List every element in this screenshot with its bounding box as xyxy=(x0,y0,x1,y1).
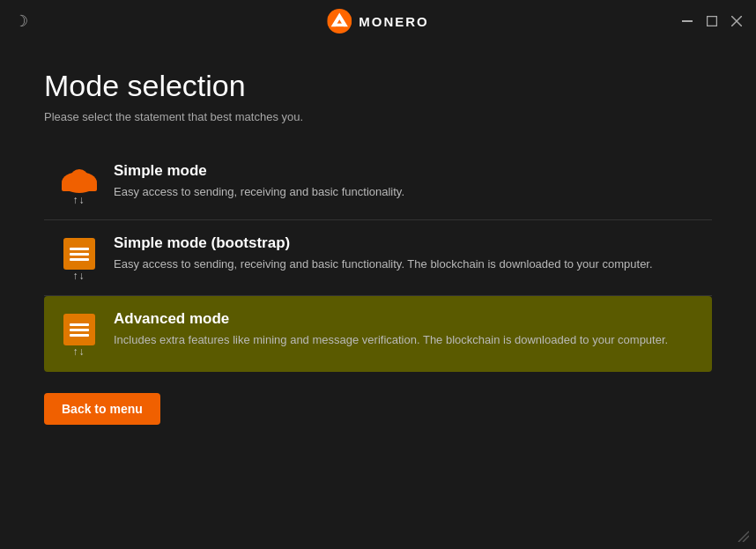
mode-list: ↑↓ Simple mode Easy access to sending, r… xyxy=(44,148,712,372)
mode-text-bootstrap: Simple mode (bootstrap) Easy access to s… xyxy=(103,234,701,273)
titlebar-center: MONERO xyxy=(327,9,429,33)
mode-item-bootstrap[interactable]: ↑↓ Simple mode (bootstrap) Easy access t… xyxy=(44,220,712,296)
svg-rect-10 xyxy=(62,182,97,191)
svg-rect-2 xyxy=(682,20,693,22)
svg-rect-3 xyxy=(708,17,717,26)
mode-icon-bootstrap: ↑↓ xyxy=(55,238,103,282)
cloud-icon xyxy=(60,166,99,194)
svg-point-0 xyxy=(327,9,352,33)
server-line-2 xyxy=(70,253,89,256)
mode-desc-bootstrap: Easy access to sending, receiving and ba… xyxy=(114,256,701,273)
mode-name-bootstrap: Simple mode (bootstrap) xyxy=(114,234,701,252)
transfer-arrows-simple: ↑↓ xyxy=(73,194,85,206)
server-line-a1 xyxy=(70,323,89,326)
mode-desc-advanced: Includes extra features like mining and … xyxy=(114,331,701,349)
app-title: MONERO xyxy=(359,14,429,29)
page-subtitle: Please select the statement that best ma… xyxy=(44,110,712,123)
moon-icon: ☽ xyxy=(14,11,28,31)
monero-logo-icon xyxy=(327,9,352,33)
main-content: Mode selection Please select the stateme… xyxy=(0,42,756,451)
transfer-arrows-advanced: ↑↓ xyxy=(73,345,85,358)
server-icon-bootstrap xyxy=(63,238,95,270)
svg-rect-1 xyxy=(335,24,345,27)
close-button[interactable] xyxy=(731,16,742,26)
titlebar-left: ☽ xyxy=(14,11,28,31)
titlebar: ☽ MONERO xyxy=(0,0,756,42)
server-line-3 xyxy=(70,258,89,261)
maximize-button[interactable] xyxy=(707,16,717,26)
page-title: Mode selection xyxy=(44,69,712,103)
mode-name-simple: Simple mode xyxy=(114,162,701,180)
server-lines-bootstrap xyxy=(70,248,89,261)
mode-icon-simple: ↑↓ xyxy=(55,166,103,206)
mode-text-advanced: Advanced mode Includes extra features li… xyxy=(103,310,701,349)
titlebar-controls xyxy=(682,16,742,26)
transfer-arrows-bootstrap: ↑↓ xyxy=(73,270,85,282)
resize-handle[interactable] xyxy=(737,530,749,542)
mode-item-advanced[interactable]: ↑↓ Advanced mode Includes extra features… xyxy=(44,296,712,372)
mode-text-simple: Simple mode Easy access to sending, rece… xyxy=(103,162,701,201)
mode-icon-advanced: ↑↓ xyxy=(55,314,103,358)
server-lines-advanced xyxy=(70,323,89,337)
back-to-menu-button[interactable]: Back to menu xyxy=(44,393,160,425)
minimize-button[interactable] xyxy=(682,20,693,22)
mode-item-simple[interactable]: ↑↓ Simple mode Easy access to sending, r… xyxy=(44,148,712,220)
server-line-a3 xyxy=(70,334,89,337)
mode-name-advanced: Advanced mode xyxy=(114,310,701,328)
server-line-1 xyxy=(70,248,89,250)
server-line-a2 xyxy=(70,329,89,331)
mode-desc-simple: Easy access to sending, receiving and ba… xyxy=(114,183,701,201)
server-icon-advanced xyxy=(63,314,95,345)
